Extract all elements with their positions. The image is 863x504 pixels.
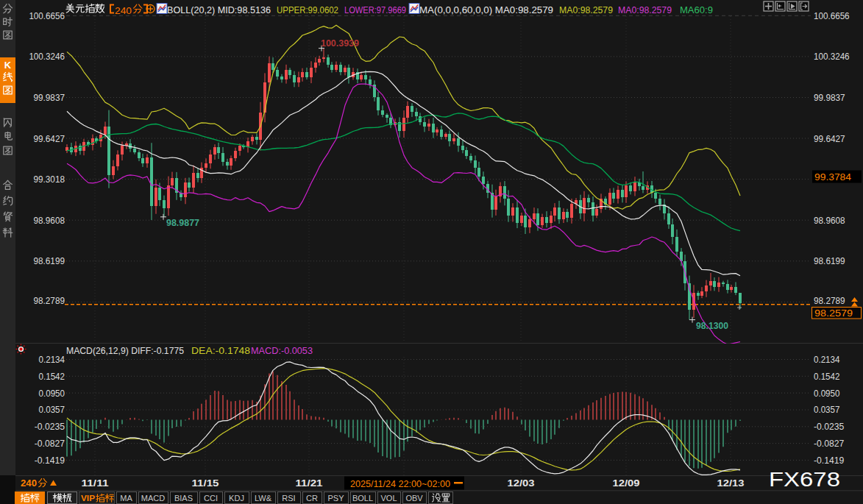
svg-text:100.6656: 100.6656	[814, 10, 850, 21]
svg-text:PSY: PSY	[327, 494, 344, 503]
svg-text:99.6427: 99.6427	[33, 133, 65, 144]
svg-text:MACD(26,12,9) DIFF:-0.1775: MACD(26,12,9) DIFF:-0.1775	[66, 346, 184, 356]
svg-text:98.1300: 98.1300	[696, 320, 728, 331]
svg-text:100.6656: 100.6656	[29, 10, 65, 21]
svg-text:99.9837: 99.9837	[814, 92, 845, 103]
svg-text:MA(0,0,0,60,0,0) MA0:98.2579: MA(0,0,0,60,0,0) MA0:98.2579	[419, 5, 553, 15]
svg-text:MACD: MACD	[141, 494, 165, 503]
svg-text:100.3246: 100.3246	[29, 51, 65, 62]
svg-text:12/13: 12/13	[717, 478, 745, 489]
svg-text:LOWER:97.9669: LOWER:97.9669	[344, 5, 406, 15]
svg-text:12/03: 12/03	[508, 478, 535, 489]
svg-text:98.2789: 98.2789	[33, 295, 65, 306]
svg-text:0.1542: 0.1542	[39, 371, 65, 382]
svg-text:-0.1419: -0.1419	[814, 455, 844, 466]
svg-text:99.3018: 99.3018	[33, 174, 65, 185]
svg-text:MA60:9: MA60:9	[680, 5, 713, 15]
svg-text:0.2134: 0.2134	[39, 354, 65, 365]
svg-text:-0.1419: -0.1419	[35, 455, 65, 466]
svg-text:-0.0827: -0.0827	[35, 438, 65, 449]
svg-text:11/21: 11/21	[296, 478, 323, 489]
svg-text:KDJ: KDJ	[229, 494, 244, 503]
svg-text:FX678: FX678	[769, 468, 840, 491]
svg-text:98.6199: 98.6199	[814, 255, 845, 266]
svg-text:99.9837: 99.9837	[33, 92, 65, 103]
svg-text:CR: CR	[306, 494, 318, 503]
svg-text:BIAS: BIAS	[174, 494, 193, 503]
svg-text:0.2134: 0.2134	[814, 354, 839, 365]
svg-text:MA0:98.2579: MA0:98.2579	[559, 5, 613, 15]
svg-text:98.9608: 98.9608	[814, 215, 845, 226]
svg-text:98.9877: 98.9877	[166, 217, 199, 228]
svg-text:98.2789: 98.2789	[814, 295, 845, 306]
svg-text:VIP: VIP	[81, 494, 95, 503]
svg-text:99.3784: 99.3784	[814, 171, 851, 182]
svg-text:CCI: CCI	[204, 494, 218, 503]
svg-text:240: 240	[21, 478, 37, 489]
svg-text:BOLL(20,2) MID:98.5136: BOLL(20,2) MID:98.5136	[167, 5, 271, 15]
svg-text:MA0:98.2579: MA0:98.2579	[618, 5, 672, 15]
svg-text:0.0357: 0.0357	[814, 404, 839, 415]
svg-text:DEA:-0.1748: DEA:-0.1748	[191, 346, 250, 356]
svg-text:-0.0827: -0.0827	[814, 438, 844, 449]
svg-text:BOLL: BOLL	[352, 494, 373, 503]
svg-text:-0.0235: -0.0235	[814, 421, 844, 432]
svg-text:99.6427: 99.6427	[814, 133, 845, 144]
svg-text:100.3939: 100.3939	[321, 38, 359, 49]
svg-text:VOL: VOL	[380, 494, 397, 503]
svg-text:2025/11/24 22:00~02:00: 2025/11/24 22:00~02:00	[350, 479, 450, 489]
svg-text:11/11: 11/11	[82, 478, 109, 489]
svg-text:LW&: LW&	[255, 494, 272, 503]
svg-text:0.0950: 0.0950	[39, 388, 65, 399]
svg-text:MA: MA	[120, 494, 132, 503]
svg-text:98.2579: 98.2579	[814, 308, 853, 319]
svg-text:0.0950: 0.0950	[814, 388, 839, 399]
svg-text:98.9608: 98.9608	[33, 215, 65, 226]
svg-text:0.0357: 0.0357	[39, 404, 65, 415]
svg-text:240: 240	[115, 5, 132, 16]
svg-text:MACD:-0.0053: MACD:-0.0053	[251, 346, 313, 356]
svg-text:-0.0235: -0.0235	[35, 421, 65, 432]
svg-text:0.1542: 0.1542	[814, 371, 839, 382]
svg-text:12/09: 12/09	[613, 478, 640, 489]
svg-text:100.3246: 100.3246	[814, 51, 850, 62]
svg-text:98.6199: 98.6199	[33, 255, 65, 266]
svg-text:UPPER:99.0602: UPPER:99.0602	[277, 5, 338, 15]
svg-text:K: K	[4, 60, 12, 71]
svg-text:RSI: RSI	[282, 494, 295, 503]
svg-text:OBV: OBV	[405, 494, 423, 503]
svg-text:11/15: 11/15	[192, 478, 219, 489]
